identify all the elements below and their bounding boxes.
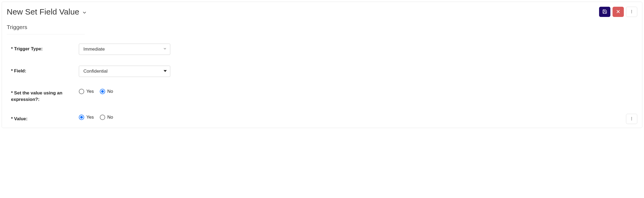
trigger-type-value: Immediate [83, 47, 105, 52]
cancel-button[interactable] [613, 7, 624, 17]
save-icon [602, 9, 607, 15]
chevron-down-icon [163, 47, 167, 52]
form: * Trigger Type: Immediate * Field: Confi… [7, 44, 637, 122]
svg-point-8 [631, 119, 632, 120]
field-value: Confidential [83, 69, 108, 74]
trigger-type-control: Immediate [79, 44, 170, 55]
value-no[interactable]: No [100, 115, 113, 120]
page-title: New Set Field Value [7, 7, 79, 16]
radio-icon [100, 115, 105, 120]
use-expression-no-label: No [107, 89, 113, 94]
more-vertical-icon [629, 116, 634, 122]
field-control: Confidential [79, 66, 170, 77]
trigger-type-label: * Trigger Type: [11, 44, 76, 52]
caret-down-icon [164, 69, 167, 74]
use-expression-yes[interactable]: Yes [79, 89, 94, 94]
close-icon [616, 9, 621, 15]
value-radio-group: Yes No [79, 114, 113, 120]
use-expression-label: * Set the value using an expression?: [11, 88, 76, 103]
section-title: Triggers [7, 24, 637, 30]
field-label: * Field: [11, 66, 76, 74]
use-expression-no[interactable]: No [100, 89, 113, 94]
svg-point-2 [631, 10, 632, 10]
row-value: * Value: Yes No [11, 114, 637, 122]
svg-point-4 [631, 12, 632, 13]
save-button[interactable] [599, 7, 610, 17]
title-wrap[interactable]: New Set Field Value [7, 7, 87, 16]
radio-icon [100, 89, 105, 94]
svg-marker-5 [164, 70, 167, 72]
value-yes-label: Yes [86, 115, 94, 120]
section-divider [7, 34, 85, 34]
more-button-top[interactable] [626, 7, 637, 17]
svg-point-7 [631, 118, 632, 119]
row-field: * Field: Confidential [11, 66, 637, 77]
value-label: * Value: [11, 114, 76, 122]
header-actions [599, 7, 637, 17]
row-trigger-type: * Trigger Type: Immediate [11, 44, 637, 55]
panel: New Set Field Value [2, 2, 642, 128]
use-expression-yes-label: Yes [86, 89, 94, 94]
more-button-bottom[interactable] [626, 114, 637, 124]
bottom-actions [626, 114, 637, 124]
svg-point-6 [631, 117, 632, 118]
more-vertical-icon [629, 9, 634, 15]
chevron-down-icon [82, 10, 87, 15]
value-no-label: No [107, 115, 113, 120]
trigger-type-select[interactable]: Immediate [79, 44, 170, 55]
radio-icon [79, 89, 84, 94]
svg-point-3 [631, 11, 632, 12]
value-yes[interactable]: Yes [79, 115, 94, 120]
radio-icon [79, 115, 84, 120]
use-expression-radio-group: Yes No [79, 88, 113, 94]
row-use-expression: * Set the value using an expression?: Ye… [11, 88, 637, 103]
header-row: New Set Field Value [7, 7, 637, 17]
field-select[interactable]: Confidential [79, 66, 170, 77]
